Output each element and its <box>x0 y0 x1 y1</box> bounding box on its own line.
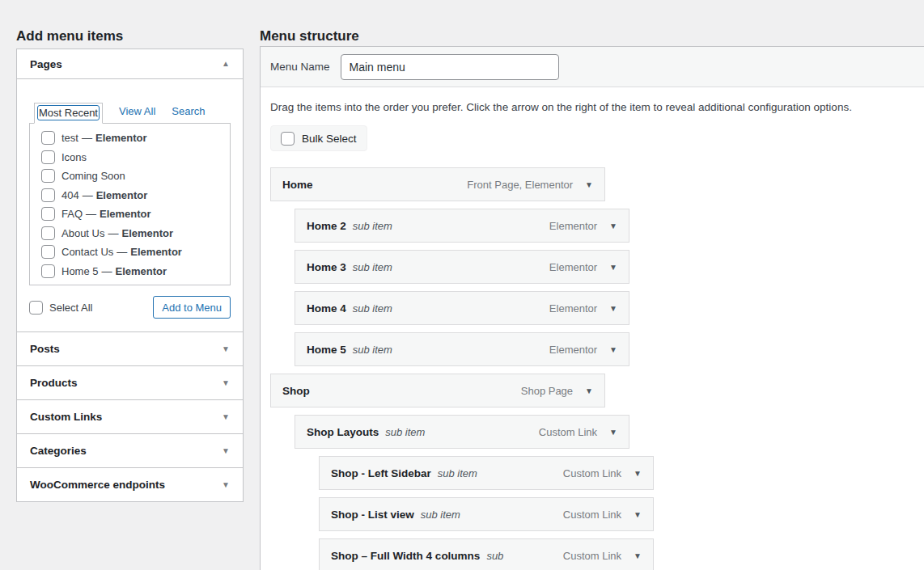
accordion-section[interactable]: Custom Links ▼ <box>17 399 243 433</box>
accordion-section-pages[interactable]: Pages ▲ <box>17 49 243 79</box>
accordion-section[interactable]: Categories ▼ <box>17 433 243 467</box>
menu-item-row[interactable]: Shop – Full Width 4 columns sub Custom L… <box>319 538 654 570</box>
menu-item-row[interactable]: Shop - Left Sidebar sub item Custom Link… <box>319 456 654 490</box>
page-checklist-item[interactable]: Icons <box>30 148 230 167</box>
checkbox[interactable] <box>41 226 55 240</box>
menu-item-type-label: Custom Link <box>563 467 621 479</box>
checkbox[interactable] <box>41 245 55 259</box>
menu-item-type-label: Front Page, Elementor <box>467 179 573 191</box>
menu-name-input[interactable] <box>341 54 559 80</box>
pages-checklist: test—Elementor Icons Coming Soon <box>29 123 231 285</box>
accordion-section[interactable]: Posts ▼ <box>17 331 243 365</box>
menu-item-sub-label: sub item <box>438 467 477 479</box>
checkbox[interactable] <box>41 188 55 202</box>
menu-item-sub-label: sub item <box>385 426 425 438</box>
pages-tabs: Most Recent View All Search <box>29 103 231 123</box>
accordion-section-label: Categories <box>30 445 87 457</box>
menu-item-type-label: Elementor <box>549 261 597 273</box>
tab-most-recent-label: Most Recent <box>39 107 98 119</box>
menu-item-row[interactable]: Home Front Page, Elementor ▼ <box>270 167 605 201</box>
page-item-label: Home 5—Elementor <box>61 265 167 277</box>
menu-structure-panel: Menu Name Drag the items into the order … <box>260 46 924 570</box>
menu-name-row: Menu Name <box>261 47 924 87</box>
menu-item-name: Shop - Left Sidebar <box>331 467 431 479</box>
tab-view-all[interactable]: View All <box>119 105 155 123</box>
menu-item-name: Shop <box>282 385 310 397</box>
menu-item-row[interactable]: Shop Layouts sub item Custom Link ▼ <box>295 415 629 449</box>
select-all-row: Select All Add to Menu <box>29 296 231 319</box>
add-to-menu-button[interactable]: Add to Menu <box>153 296 231 319</box>
select-all-checkbox[interactable] <box>29 301 43 315</box>
menu-item-sub-label: sub item <box>353 220 392 232</box>
chevron-up-icon: ▲ <box>222 60 230 68</box>
menu-item-type-label: Custom Link <box>563 509 621 521</box>
menu-item-name: Shop Layouts <box>307 426 379 438</box>
tab-search[interactable]: Search <box>172 105 205 123</box>
bulk-select-label: Bulk Select <box>302 133 357 145</box>
menu-item-row[interactable]: Home 4 sub item Elementor ▼ <box>295 291 629 325</box>
pages-section-body: Most Recent View All Search test—Element… <box>17 79 243 331</box>
menu-item-name: Shop – Full Width 4 columns <box>331 550 480 562</box>
menu-item-row[interactable]: Home 2 sub item Elementor ▼ <box>295 209 629 243</box>
page-checklist-item[interactable]: Home 5—Elementor <box>30 262 230 281</box>
chevron-down-icon[interactable]: ▼ <box>585 386 593 395</box>
page-item-label: Coming Soon <box>61 170 125 182</box>
page-checklist-item[interactable]: test—Elementor <box>30 129 230 148</box>
chevron-down-icon[interactable]: ▼ <box>609 428 617 437</box>
chevron-down-icon: ▼ <box>222 345 230 353</box>
bulk-select-toggle[interactable]: Bulk Select <box>270 125 367 151</box>
chevron-down-icon[interactable]: ▼ <box>609 304 617 313</box>
page-checklist-item[interactable]: Coming Soon <box>30 167 230 186</box>
chevron-down-icon[interactable]: ▼ <box>634 551 642 560</box>
chevron-down-icon: ▼ <box>222 379 230 387</box>
accordion-section[interactable]: Products ▼ <box>17 365 243 399</box>
menu-item-sub-label: sub item <box>353 261 392 273</box>
page-checklist-item[interactable]: Contact Us—Elementor <box>30 243 230 262</box>
menu-item-type-label: Elementor <box>549 302 597 315</box>
menu-item-row[interactable]: Home 5 sub item Elementor ▼ <box>295 332 629 366</box>
chevron-down-icon[interactable]: ▼ <box>609 345 617 354</box>
bulk-select-checkbox[interactable] <box>281 132 295 146</box>
select-all-label: Select All <box>49 302 92 314</box>
menu-item-name: Home <box>282 179 313 191</box>
chevron-down-icon[interactable]: ▼ <box>609 222 617 230</box>
tab-most-recent[interactable]: Most Recent <box>34 103 103 124</box>
menu-item-type-label: Elementor <box>549 220 597 232</box>
chevron-down-icon: ▼ <box>222 481 230 489</box>
menu-item-type-label: Custom Link <box>539 426 597 438</box>
menu-structure-body: Drag the items into the order you prefer… <box>261 87 924 570</box>
menu-item-row[interactable]: Shop - List view sub item Custom Link ▼ <box>319 497 654 531</box>
menu-item-type-label: Shop Page <box>521 385 573 397</box>
page-item-label: About Us—Elementor <box>61 227 173 239</box>
checkbox[interactable] <box>41 207 55 221</box>
page-checklist-item[interactable]: FAQ—Elementor <box>30 205 230 224</box>
pages-label: Pages <box>30 58 62 70</box>
menu-item-row[interactable]: Home 3 sub item Elementor ▼ <box>295 250 629 284</box>
checkbox[interactable] <box>41 131 55 145</box>
accordion-section[interactable]: WooCommerce endpoints ▼ <box>17 467 243 501</box>
menu-item-sub-label: sub item <box>421 509 460 521</box>
checkbox[interactable] <box>41 169 55 183</box>
accordion-section-label: Posts <box>30 343 60 355</box>
chevron-down-icon[interactable]: ▼ <box>634 469 642 478</box>
menu-item-name: Home 4 <box>307 302 346 315</box>
accordion-section-label: WooCommerce endpoints <box>30 479 165 491</box>
accordion-sections: Posts ▼ Products ▼ Custom Links ▼ Catego… <box>17 331 243 501</box>
checkbox[interactable] <box>41 264 55 278</box>
chevron-down-icon[interactable]: ▼ <box>609 263 617 272</box>
menu-item-type-label: Elementor <box>549 344 597 356</box>
menu-item-row[interactable]: Shop Shop Page ▼ <box>270 374 605 407</box>
menu-item-sub-label: sub item <box>353 302 392 315</box>
menu-item-name: Shop - List view <box>331 509 414 521</box>
chevron-down-icon[interactable]: ▼ <box>585 180 593 189</box>
page-checklist-item[interactable]: 404—Elementor <box>30 186 230 205</box>
page-item-label: Icons <box>61 151 87 163</box>
page-item-label: 404—Elementor <box>61 189 147 201</box>
checkbox[interactable] <box>41 150 55 164</box>
menu-structure-heading: Menu structure <box>260 28 359 44</box>
menu-item-name: Home 3 <box>307 261 346 273</box>
chevron-down-icon[interactable]: ▼ <box>634 510 642 519</box>
accordion-section-label: Products <box>30 377 78 389</box>
page-item-label: test—Elementor <box>61 132 147 144</box>
page-checklist-item[interactable]: About Us—Elementor <box>30 224 230 243</box>
